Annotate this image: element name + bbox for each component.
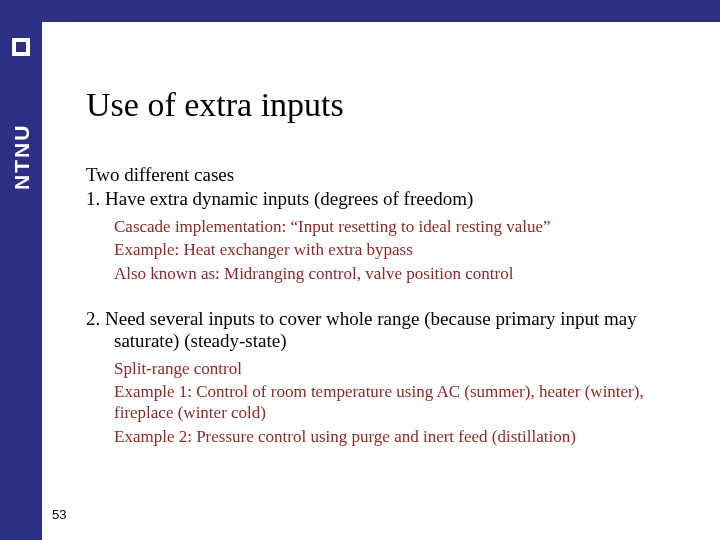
list-item-2-sub-3: Example 2: Pressure control using purge … [86,426,686,447]
list-item-2-sub-1: Split-range control [86,358,686,379]
page-number: 53 [52,507,66,522]
sidebar: NTNU [0,0,42,540]
list-item-1-sub-3: Also known as: Midranging control, valve… [86,263,686,284]
intro-line: Two different cases [86,164,686,186]
slide-title: Use of extra inputs [86,86,686,124]
list-item-1-sub-2: Example: Heat exchanger with extra bypas… [86,239,686,260]
spacer [86,286,686,308]
ntnu-logo-text: NTNU [10,60,34,190]
top-bar [0,0,720,22]
list-item-1-sub-1: Cascade implementation: “Input resetting… [86,216,686,237]
ntnu-logo-icon [12,38,30,56]
list-item-1: 1. Have extra dynamic inputs (degrees of… [86,188,686,210]
list-item-2-sub-2: Example 1: Control of room temperature u… [86,381,686,424]
content-area: Use of extra inputs Two different cases … [86,86,686,449]
slide: NTNU Use of extra inputs Two different c… [0,0,720,540]
list-item-2: 2. Need several inputs to cover whole ra… [86,308,686,352]
